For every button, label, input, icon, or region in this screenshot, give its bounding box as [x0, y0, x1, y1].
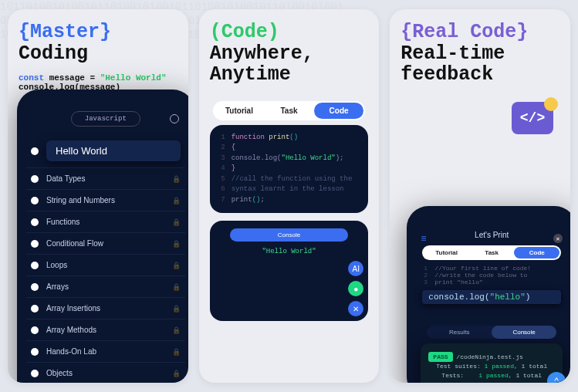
heading: (Code) Anywhere, Anytime	[199, 9, 380, 90]
lock-icon: 🔒	[172, 240, 181, 248]
lock-icon: 🔒	[172, 218, 181, 226]
lesson-item[interactable]: Array Insertions🔒	[26, 298, 185, 319]
output-panel: Console "Hello World" AI●✕	[210, 221, 369, 321]
lesson-item[interactable]: Arrays🔒	[26, 276, 185, 298]
lesson-label: Data Types	[46, 174, 85, 183]
menu-icon[interactable]: ≡	[421, 234, 426, 245]
tab-bar: TutorialTaskCode	[213, 101, 366, 120]
bullet-icon	[31, 197, 39, 204]
phone-mock: ≡ ✕ Let's Print TutorialTaskCode 1//Your…	[407, 206, 570, 383]
title-sub2: Anytime	[210, 63, 291, 86]
tab-code[interactable]: Code	[314, 103, 364, 119]
bullet-icon	[31, 348, 39, 356]
scroll-up-icon[interactable]: ⌃	[547, 372, 566, 383]
bullet-icon	[31, 175, 39, 183]
heading: {Real Code} Real-time feedback	[390, 9, 570, 90]
title-sub1: Anywhere,	[210, 42, 314, 65]
close-icon[interactable]: ✕	[553, 234, 563, 243]
lesson-label: Hands-On Lab	[46, 347, 96, 356]
bullet-icon	[31, 370, 39, 377]
tab-code[interactable]: Code	[514, 247, 559, 259]
settings-icon[interactable]	[170, 114, 179, 123]
lesson-item[interactable]: Hello World	[26, 134, 185, 168]
code-editor[interactable]: 1//Your first line of code!2//write the …	[416, 263, 567, 287]
language-chip[interactable]: Javascript	[71, 111, 140, 127]
tab-task[interactable]: Task	[469, 247, 515, 259]
lock-icon: 🔒	[172, 175, 181, 183]
promo-card-realcode: {Real Code} Real-time feedback </> ≡ ✕ L…	[390, 9, 570, 383]
bullet-icon	[31, 262, 39, 269]
fab-1[interactable]: ●	[348, 281, 363, 296]
code-editor[interactable]: 1function print()2{3 console.log("Hello …	[210, 125, 369, 214]
lesson-label: Functions	[46, 218, 79, 226]
lesson-label: Loops	[46, 261, 67, 269]
lesson-label: Hello World	[46, 140, 181, 161]
lesson-item[interactable]: Conditional Flow🔒	[26, 233, 185, 255]
highlighted-line: console.log("hello")	[416, 287, 567, 307]
callout-line	[51, 189, 188, 190]
lock-icon: 🔒	[172, 197, 181, 204]
bottom-tab-console[interactable]: Console	[492, 326, 556, 339]
title-brace: {Master}	[19, 21, 111, 43]
tab-tutorial[interactable]: Tutorial	[424, 247, 469, 259]
lesson-item[interactable]: Loops🔒	[26, 255, 185, 276]
lesson-item[interactable]: Functions🔒	[26, 211, 185, 233]
title-brace: {Real Code}	[401, 21, 528, 43]
heading: {Master} Coding	[8, 9, 188, 69]
bottom-tab-results[interactable]: Results	[427, 326, 492, 339]
bullet-icon	[31, 283, 39, 291]
tab-tutorial[interactable]: Tutorial	[215, 103, 265, 119]
bullet-icon	[31, 326, 39, 334]
tab-bar: TutorialTaskCode	[422, 245, 561, 260]
lock-icon: 🔒	[172, 348, 181, 356]
bullet-icon	[31, 305, 39, 313]
lesson-item[interactable]: Data Types🔒	[26, 168, 185, 190]
title-sub2: feedback	[401, 63, 493, 86]
lesson-label: Arrays	[46, 282, 69, 291]
lesson-item[interactable]: Objects🔒	[26, 363, 185, 383]
lock-icon: 🔒	[172, 305, 181, 313]
console-button[interactable]: Console	[230, 228, 349, 242]
code-icon: </>	[512, 102, 553, 134]
phone-mock: Javascript Hello WorldData Types🔒String …	[17, 90, 188, 383]
title-sub1: Real-time	[401, 42, 505, 65]
fab-2[interactable]: ✕	[348, 301, 363, 316]
lesson-item[interactable]: Array Methods🔒	[26, 319, 185, 341]
pass-badge: PASS	[428, 352, 452, 362]
lesson-label: Array Methods	[46, 326, 96, 334]
lock-icon: 🔒	[172, 326, 181, 334]
lesson-item[interactable]: Hands-On Lab🔒	[26, 341, 185, 363]
bullet-icon	[31, 240, 39, 248]
lock-icon: 🔒	[172, 262, 181, 269]
bottom-tabs: ResultsConsole	[427, 326, 556, 339]
lock-icon: 🔒	[172, 283, 181, 291]
tab-task[interactable]: Task	[264, 103, 314, 119]
output-text: "Hello World"	[216, 248, 363, 255]
bullet-icon	[31, 147, 39, 155]
title-brace: (Code)	[210, 21, 279, 43]
lesson-item[interactable]: String and Numbers🔒	[26, 190, 185, 211]
test-results-panel: PASS /codeNinja.test.js Test suites: 1 p…	[421, 343, 563, 383]
lesson-label: String and Numbers	[46, 196, 115, 204]
lesson-label: Conditional Flow	[46, 239, 103, 248]
lock-icon: 🔒	[172, 370, 181, 377]
screen-title: Let's Print	[416, 228, 567, 242]
fab-0[interactable]: AI	[348, 261, 363, 276]
title-sub: Coding	[19, 42, 88, 65]
lesson-label: Array Insertions	[46, 304, 100, 313]
promo-card-master: {Master} Coding const message = "Hello W…	[8, 9, 188, 383]
lesson-label: Objects	[46, 369, 73, 377]
bullet-icon	[31, 218, 39, 226]
promo-card-code: (Code) Anywhere, Anytime TutorialTaskCod…	[199, 9, 380, 383]
